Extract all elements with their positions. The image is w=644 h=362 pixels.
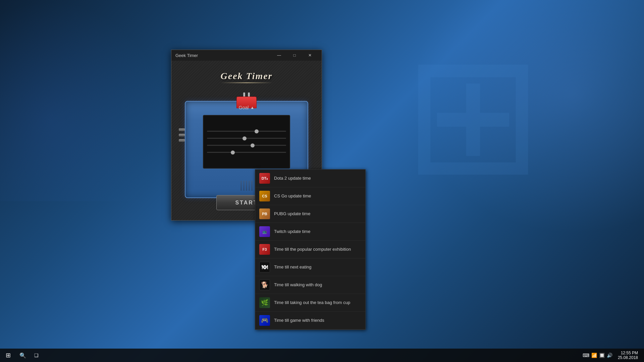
- slider-2[interactable]: [207, 138, 286, 139]
- window-titlebar: Geek Timer — □ ✕: [171, 50, 322, 61]
- slider-3[interactable]: [207, 145, 286, 146]
- close-button[interactable]: ✕: [302, 50, 318, 61]
- clock-date: 25.08.2018: [618, 355, 638, 360]
- win-watermark: ⊞: [403, 17, 543, 212]
- screen-area: [203, 115, 290, 169]
- app-logo-text: Geek Timer: [220, 71, 272, 81]
- vent-bar-2: [243, 181, 245, 191]
- dropdown-icon-game: 🎮: [259, 315, 270, 326]
- minimize-button[interactable]: —: [271, 50, 287, 61]
- start-button-label: START: [235, 200, 258, 206]
- dropdown-icon-twitch: 📺: [259, 226, 270, 237]
- slider-4[interactable]: [207, 152, 286, 153]
- vent-bar-1: [240, 181, 242, 191]
- taskbar: ⊞ 🔍 ❑ ⌨ 📶 🔲 🔊 12:55 PM 25.08.2018: [0, 349, 644, 362]
- task-view-icon: ❑: [34, 353, 39, 358]
- dropdown-item-twitch[interactable]: 📺Twitch update time: [255, 223, 365, 241]
- dropdown-label-twitch: Twitch update time: [274, 229, 310, 235]
- taskbar-system-icons: ⌨ 📶 🔲 🔊: [583, 353, 612, 358]
- dropdown-icon-tea: 🌿: [259, 297, 270, 308]
- taskbar-right: ⌨ 📶 🔲 🔊 12:55 PM 25.08.2018: [583, 351, 644, 360]
- h-pipe-1: [179, 128, 185, 131]
- dropdown-icon-f3: F3: [259, 244, 270, 255]
- dropdown-item-dog[interactable]: 🐕Time till walking with dog: [255, 276, 365, 294]
- vent-bar-5: [251, 181, 253, 191]
- sliders-area: [207, 131, 286, 153]
- slider-1[interactable]: [207, 131, 286, 132]
- dropdown-label-pubg: PUBG update time: [274, 211, 310, 217]
- dropdown-label-game: Time till game with friends: [274, 318, 324, 323]
- dropdown-item-dota2[interactable]: DT₂Dota 2 update time: [255, 170, 365, 187]
- volume-icon: 🔊: [607, 353, 612, 358]
- slider-thumb-1[interactable]: [255, 129, 259, 133]
- dropdown-item-tea[interactable]: 🌿Time till taking out the tea bag from c…: [255, 294, 365, 312]
- logo-underline: [220, 82, 272, 83]
- dropdown-label-dota2: Dota 2 update time: [274, 176, 311, 181]
- clock-time: 12:55 PM: [621, 351, 638, 355]
- start-menu-button[interactable]: ⊞: [0, 349, 16, 362]
- vent-area: [240, 181, 253, 191]
- slider-thumb-4[interactable]: [231, 150, 235, 155]
- maximize-button[interactable]: □: [287, 50, 302, 61]
- slider-thumb-2[interactable]: [243, 136, 247, 140]
- slider-thumb-3[interactable]: [251, 143, 255, 147]
- dropdown-label-dog: Time till walking with dog: [274, 282, 322, 288]
- windows-logo-icon: ⊞: [6, 352, 11, 359]
- h-pipe-3: [179, 139, 185, 142]
- dropdown-icon-dota2: DT₂: [259, 173, 270, 184]
- dropdown-label-csgo: CS Go update time: [274, 193, 311, 199]
- search-icon: 🔍: [19, 352, 26, 359]
- dropdown-label-tea: Time till taking out the tea bag from cu…: [274, 300, 350, 306]
- goal-dropdown: DT₂Dota 2 update timeCSCS Go update time…: [255, 169, 366, 330]
- vent-bar-4: [249, 181, 250, 191]
- left-pipe-decorations: [179, 128, 185, 142]
- network-icon: 📶: [591, 353, 597, 358]
- dropdown-icon-pubg: PB: [259, 208, 270, 219]
- dropdown-item-food[interactable]: 🍽Time till next eating: [255, 258, 365, 276]
- dropdown-item-f3[interactable]: F3Time till the popular computer exhibit…: [255, 241, 365, 258]
- taskbar-search-button[interactable]: 🔍: [16, 349, 30, 362]
- dropdown-icon-dog: 🐕: [259, 280, 270, 290]
- bg-glow-left: [0, 0, 168, 201]
- goal-text: Goal: [239, 105, 249, 110]
- keyboard-icon: ⌨: [583, 353, 589, 358]
- h-pipe-2: [179, 134, 185, 136]
- taskbar-clock[interactable]: 12:55 PM 25.08.2018: [615, 351, 641, 360]
- goal-arrow-icon: ▲: [250, 105, 254, 110]
- app-logo: Geek Timer: [220, 71, 272, 83]
- dropdown-item-pubg[interactable]: PBPUBG update time: [255, 205, 365, 223]
- dropdown-label-food: Time till next eating: [274, 264, 312, 270]
- bg-glow-right: [409, 0, 644, 235]
- dropdown-item-game[interactable]: 🎮Time till game with friends: [255, 312, 365, 329]
- battery-icon: 🔲: [599, 353, 605, 358]
- task-view-button[interactable]: ❑: [30, 349, 43, 362]
- vent-bar-3: [246, 181, 247, 191]
- dropdown-icon-csgo: CS: [259, 191, 270, 201]
- dropdown-label-f3: Time till the popular computer exhibitio…: [274, 247, 351, 252]
- window-controls: — □ ✕: [271, 50, 318, 61]
- dropdown-icon-food: 🍽: [259, 262, 270, 273]
- goal-label-area: Goal ▲: [239, 105, 254, 110]
- dropdown-item-csgo[interactable]: CSCS Go update time: [255, 187, 365, 205]
- window-title: Geek Timer: [175, 53, 271, 58]
